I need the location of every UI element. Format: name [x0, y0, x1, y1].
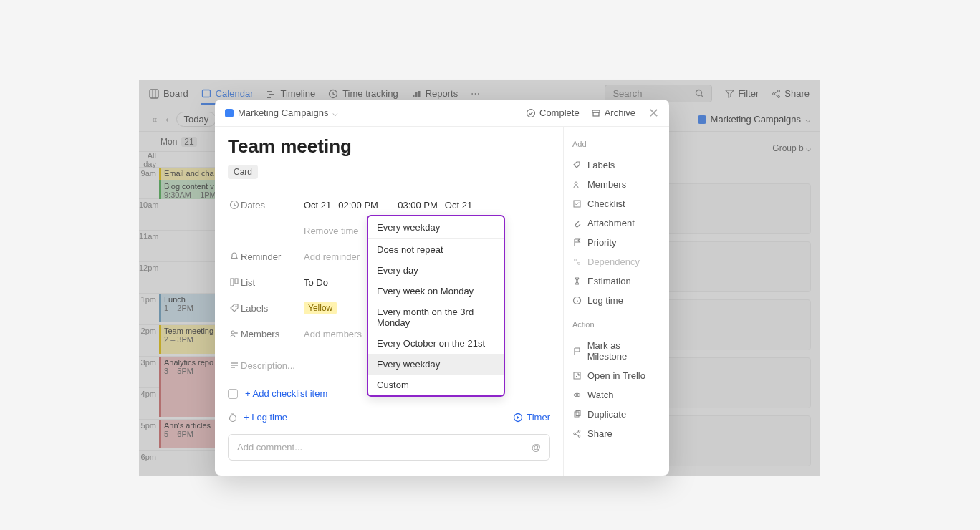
board-icon [149, 89, 159, 99]
timer-button[interactable]: Timer [513, 412, 550, 423]
svg-point-12 [696, 90, 702, 96]
time-start[interactable]: 02:00 PM [338, 200, 378, 211]
project-color-swatch [225, 109, 234, 117]
svg-point-42 [576, 394, 578, 396]
members-icon [572, 180, 582, 189]
repeat-option[interactable]: Every day [368, 260, 504, 281]
task-title[interactable]: Team meeting [228, 135, 550, 158]
side-estimation[interactable]: Estimation [572, 271, 660, 291]
svg-line-18 [775, 95, 778, 97]
tag-icon [572, 160, 582, 170]
search-icon [695, 89, 704, 98]
checklist-checkbox[interactable] [228, 389, 238, 399]
svg-point-35 [575, 182, 577, 185]
svg-point-16 [778, 96, 780, 98]
comment-input[interactable]: Add comment... @ [228, 434, 550, 461]
timeline-icon [266, 89, 276, 99]
repeat-option[interactable]: Does not repeat [368, 239, 504, 260]
repeat-option[interactable]: Every week on Monday [368, 281, 504, 302]
side-labels[interactable]: Labels [572, 155, 660, 175]
date-start[interactable]: Oct 21 [304, 200, 331, 211]
add-checklist-item[interactable]: + Add checklist item [245, 388, 327, 399]
eye-icon [572, 390, 582, 400]
calendar-icon [201, 88, 211, 98]
side-members[interactable]: Members [572, 175, 660, 194]
side-attachment[interactable]: Attachment [572, 213, 660, 233]
svg-rect-0 [150, 90, 158, 98]
toolbar-more[interactable]: ⋯ [471, 88, 480, 99]
repeat-option[interactable]: Every October on the 21st [368, 333, 504, 354]
svg-line-39 [576, 261, 578, 263]
svg-point-15 [778, 90, 780, 92]
nav-prev-week[interactable]: « [148, 114, 161, 125]
side-checklist[interactable]: Checklist [572, 194, 660, 213]
share-button[interactable]: Share [772, 88, 810, 99]
svg-point-47 [578, 435, 580, 438]
modal-sidebar: Add Labels Members Checklist Attachment … [563, 127, 669, 476]
checklist-icon [572, 199, 582, 208]
side-milestone[interactable]: Mark as Milestone [572, 336, 660, 366]
copy-icon [572, 410, 582, 419]
play-circle-icon [513, 413, 523, 423]
side-dependency[interactable]: Dependency [572, 252, 660, 271]
svg-rect-3 [202, 90, 210, 97]
svg-point-26 [231, 331, 234, 334]
close-button[interactable]: ✕ [648, 105, 659, 121]
log-time-link[interactable]: + Log time [244, 412, 287, 423]
mention-icon[interactable]: @ [532, 442, 541, 453]
share-icon [772, 89, 781, 98]
svg-point-25 [236, 306, 237, 307]
side-duplicate[interactable]: Duplicate [572, 405, 660, 424]
side-priority[interactable]: Priority [572, 233, 660, 252]
chart-icon [411, 89, 421, 99]
repeat-dropdown[interactable]: Every weekday Does not repeatEvery dayEv… [367, 215, 505, 397]
complete-button[interactable]: Complete [526, 107, 580, 118]
svg-point-19 [527, 109, 535, 117]
filter-button[interactable]: Filter [725, 88, 759, 99]
archive-button[interactable]: Archive [591, 107, 635, 118]
tag-icon [229, 303, 239, 313]
clock-icon [328, 89, 338, 99]
milestone-icon [572, 347, 582, 356]
side-logtime[interactable]: Log time [572, 291, 660, 310]
svg-rect-9 [413, 95, 415, 97]
stopwatch-icon [228, 413, 238, 423]
project-breadcrumb[interactable]: Marketing Campaigns [238, 107, 328, 118]
tab-board[interactable]: Board [149, 84, 188, 103]
side-share[interactable]: Share [572, 424, 660, 443]
paperclip-icon [572, 218, 582, 228]
repeat-option[interactable]: Custom [368, 375, 504, 395]
flag-icon [572, 238, 582, 247]
external-icon [572, 371, 582, 380]
chevron-down-icon: ⌵ [806, 143, 811, 153]
members-icon [229, 329, 239, 339]
svg-line-17 [775, 92, 778, 94]
svg-rect-11 [418, 91, 421, 97]
svg-point-31 [230, 415, 236, 421]
filter-icon [725, 89, 734, 98]
time-end[interactable]: 03:00 PM [398, 200, 438, 211]
nav-prev-day[interactable]: ‹ [161, 114, 173, 125]
svg-point-46 [578, 430, 580, 433]
list-icon [229, 277, 239, 287]
date-end[interactable]: Oct 21 [445, 200, 472, 211]
svg-rect-10 [415, 92, 418, 97]
hourglass-icon [572, 276, 582, 286]
card-type-chip[interactable]: Card [228, 165, 258, 179]
repeat-option[interactable]: Every weekday [368, 354, 504, 375]
today-button[interactable]: Today [176, 112, 217, 127]
chevron-down-icon: ⌵ [332, 107, 338, 118]
group-selector[interactable]: Group b ⌵ [772, 143, 811, 153]
repeat-option[interactable]: Every month on the 3rd Monday [368, 302, 504, 333]
side-open-trello[interactable]: Open in Trello [572, 366, 660, 385]
side-watch[interactable]: Watch [572, 385, 660, 405]
repeat-current[interactable]: Every weekday [368, 216, 504, 239]
svg-line-13 [701, 95, 703, 97]
share-icon [572, 429, 582, 438]
chevron-down-icon: ⌵ [805, 114, 811, 125]
svg-point-14 [773, 93, 775, 95]
project-selector[interactable]: Marketing Campaigns⌵ [698, 114, 811, 125]
svg-line-48 [575, 432, 578, 433]
check-circle-icon [526, 108, 536, 118]
label-chip[interactable]: Yellow [304, 302, 337, 314]
